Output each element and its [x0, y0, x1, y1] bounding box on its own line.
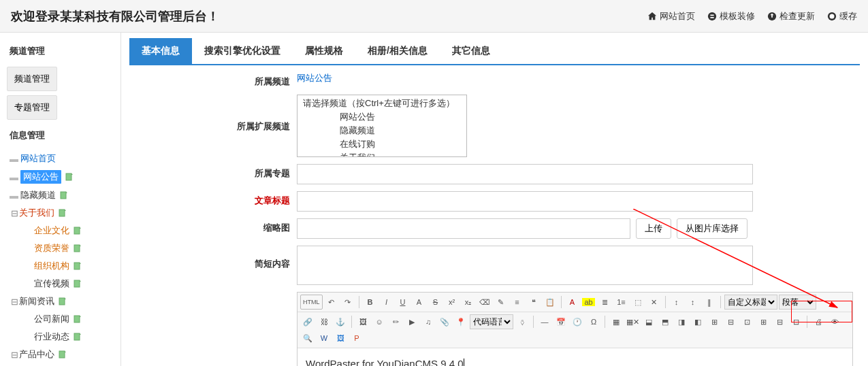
sidebar-item[interactable]: 组织机构 — [22, 257, 120, 275]
ext-channel-option[interactable]: 在线订购 — [299, 137, 465, 151]
editor-btn-splitcols[interactable]: ⊡ — [788, 314, 803, 329]
editor-btn-paste-plain[interactable]: 📋 — [543, 295, 558, 310]
editor-btn-cleardoc[interactable]: ✕ — [647, 295, 662, 310]
editor-btn-emotion[interactable]: ☺ — [372, 314, 387, 329]
editor-btn-mergeright[interactable]: ⊟ — [723, 314, 738, 329]
ext-channel-option[interactable]: 网站公告 — [299, 110, 465, 124]
sidebar-item[interactable]: ▬网站公告 — [10, 167, 120, 186]
sidebar-btn-topic-manage[interactable]: 专题管理 — [7, 95, 57, 120]
sidebar-item[interactable]: ▬网站首页 — [10, 150, 120, 167]
editor-btn-deletetable[interactable]: ▦✕ — [625, 314, 640, 329]
editor-btn-undo[interactable]: ↶ — [324, 295, 339, 310]
editor-btn-splitrows[interactable]: ⊟ — [772, 314, 787, 329]
editor-btn-insertrow[interactable]: ⬓ — [641, 314, 656, 329]
tab-4[interactable]: 其它信息 — [440, 38, 502, 64]
editor-btn-hr[interactable]: — — [537, 314, 552, 329]
editor-btn-word-icon[interactable]: W — [317, 331, 332, 346]
editor-btn-scrawl[interactable]: ✏ — [388, 314, 403, 329]
top-link-template[interactable]: 模板装修 — [707, 10, 755, 22]
editor-btn-image[interactable]: 🖼 — [355, 314, 370, 329]
editor-btn-forecolor[interactable]: A — [565, 295, 580, 310]
ext-channel-option[interactable]: 隐藏频道 — [299, 124, 465, 137]
editor-btn-mergecells[interactable]: ⊞ — [707, 314, 722, 329]
topic-input[interactable] — [297, 164, 753, 184]
editor-btn-pagebreak[interactable]: ⎀ — [515, 314, 530, 329]
editor-select-custom-heading[interactable]: 自定义标题 — [724, 295, 777, 310]
editor-btn-time[interactable]: 🕐 — [570, 314, 585, 329]
editor-btn-blockquote[interactable]: ❝ — [526, 295, 541, 310]
editor-btn-image2-icon[interactable]: 🖼 — [333, 331, 348, 346]
thumbnail-input[interactable] — [297, 218, 630, 239]
editor-btn-superscript[interactable]: x² — [445, 295, 460, 310]
editor-btn-date[interactable]: 📅 — [553, 314, 568, 329]
editor-btn-rowspacingtop[interactable]: ↕ — [669, 295, 684, 310]
article-title-input[interactable] — [297, 191, 753, 212]
sidebar-item[interactable]: ▬隐藏频道 — [10, 186, 120, 204]
sidebar-item[interactable]: 公司新闻 — [22, 310, 120, 328]
sidebar-item[interactable]: ⊟新闻资讯 — [10, 293, 120, 310]
editor-btn-insertlist[interactable]: ≣ — [598, 295, 613, 310]
tab-0[interactable]: 基本信息 — [129, 38, 192, 64]
editor-btn-print[interactable]: 🖨 — [811, 314, 826, 329]
sidebar-item[interactable]: ⊟关于我们 — [10, 204, 120, 222]
editor-btn-backcolor[interactable]: ab — [581, 295, 596, 310]
editor-btn-italic[interactable]: I — [379, 295, 394, 310]
editor-btn-powerpoint-icon[interactable]: P — [349, 331, 364, 346]
editor-btn-selectall[interactable]: ⬚ — [630, 295, 645, 310]
top-link-cache[interactable]: 缓存 — [827, 10, 857, 22]
editor-btn-strike[interactable]: S — [428, 295, 443, 310]
editor-btn-video[interactable]: ▶ — [404, 314, 419, 329]
sidebar-item[interactable]: ⊟产品中心 — [10, 346, 120, 363]
editor-btn-search[interactable]: 🔍 — [300, 331, 315, 346]
upload-button[interactable]: 上传 — [636, 218, 671, 239]
sidebar-item[interactable]: 宣传视频 — [22, 275, 120, 293]
editor-btn-insertcol[interactable]: ◨ — [674, 314, 689, 329]
editor-btn-map[interactable]: 📍 — [453, 314, 468, 329]
ext-channel-option[interactable]: 关于我们 — [299, 151, 465, 157]
editor-btn-fontborder[interactable]: A — [412, 295, 427, 310]
tab-3[interactable]: 相册/相关信息 — [355, 38, 440, 64]
editor-btn-mergedown[interactable]: ⊡ — [739, 314, 754, 329]
editor-btn-autotypeset[interactable]: ≡ — [510, 295, 525, 310]
editor-btn-underline[interactable]: U — [396, 295, 411, 310]
editor-btn-removeformat[interactable]: ⌫ — [477, 295, 492, 310]
editor-btn-rowspacingbottom[interactable]: ↕ — [686, 295, 701, 310]
editor-btn-music[interactable]: ♫ — [421, 314, 436, 329]
editor-btn-deleterow[interactable]: ⬒ — [658, 314, 673, 329]
editor-btn-unlink[interactable]: ⛓ — [317, 314, 332, 329]
sidebar-item[interactable]: 资质荣誉 — [22, 239, 120, 257]
editor-btn-deletecol[interactable]: ◧ — [690, 314, 705, 329]
sidebar-item[interactable]: ⊟浴室柜 — [22, 363, 120, 366]
brief-textarea[interactable] — [297, 246, 753, 285]
ext-channel-select[interactable]: 请选择频道（按Ctrl+左键可进行多选）网站公告隐藏频道在线订购关于我们├─企业… — [297, 95, 467, 157]
editor-btn-html[interactable]: HTML — [300, 295, 323, 310]
editor-btn-subscript[interactable]: x₂ — [461, 295, 476, 310]
editor-btn-preview[interactable]: 👁 — [827, 314, 842, 329]
editor-btn-anchor[interactable]: ⚓ — [333, 314, 348, 329]
editor-select-code-lang[interactable]: 代码语言 — [470, 314, 513, 329]
editor-btn-link[interactable]: 🔗 — [300, 314, 315, 329]
sidebar-btn-channel-manage[interactable]: 频道管理 — [7, 67, 57, 91]
editor-btn-formatmatch[interactable]: ✎ — [494, 295, 509, 310]
editor-btn-attachment[interactable]: 📎 — [437, 314, 452, 329]
editor-content-area[interactable]: WordPaster for YouDianCMS 9.4.0 — [298, 348, 852, 366]
top-link-home[interactable]: 网站首页 — [647, 10, 695, 22]
tab-2[interactable]: 属性规格 — [293, 38, 355, 64]
editor-btn-table[interactable]: ▦ — [609, 314, 624, 329]
editor-btn-redo[interactable]: ↷ — [340, 295, 355, 310]
tree-toggle-icon[interactable]: ⊟ — [10, 350, 19, 360]
editor-btn-lineheight[interactable]: ‖ — [702, 295, 717, 310]
sidebar-item[interactable]: 行业动态 — [22, 328, 120, 346]
editor-btn-bold[interactable]: B — [363, 295, 378, 310]
editor-select-paragraph[interactable]: 段落 — [779, 295, 816, 310]
editor-btn-spechars[interactable]: Ω — [586, 314, 601, 329]
editor-btn-insertorderedlist[interactable]: 1≡ — [614, 295, 629, 310]
from-library-button[interactable]: 从图片库选择 — [677, 218, 748, 239]
top-link-update[interactable]: 检查更新 — [767, 10, 815, 22]
channel-value-link[interactable]: 网站公告 — [297, 73, 332, 83]
tab-1[interactable]: 搜索引擎优化设置 — [192, 38, 293, 64]
tree-toggle-icon[interactable]: ⊟ — [10, 297, 19, 307]
sidebar-item[interactable]: 企业文化 — [22, 222, 120, 239]
tree-toggle-icon[interactable]: ⊟ — [10, 208, 19, 218]
editor-btn-splitcells[interactable]: ⊞ — [756, 314, 771, 329]
